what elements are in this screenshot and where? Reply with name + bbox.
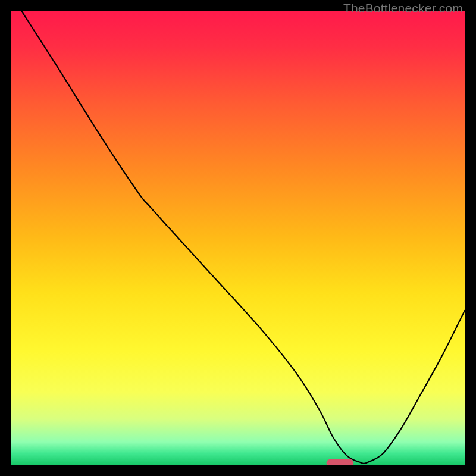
- optimal-marker: [327, 459, 354, 465]
- chart-plot: [11, 11, 465, 465]
- watermark-text: TheBottlenecker.com: [343, 1, 463, 15]
- chart-svg: [11, 11, 465, 465]
- gradient-background: [11, 11, 465, 465]
